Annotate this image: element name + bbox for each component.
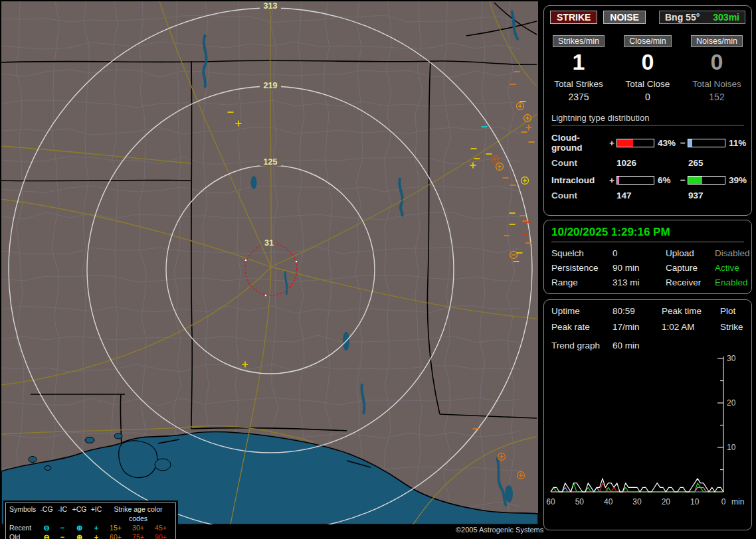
- cg-negative-pct: 11%: [725, 138, 745, 148]
- total-strikes-label: Total Strikes: [544, 79, 613, 89]
- svg-text:20: 20: [727, 398, 736, 408]
- legend-header-neg-ic: -IC: [54, 504, 70, 523]
- bearing-distance: 303mi: [713, 12, 739, 23]
- trend-graph-window: 60 min: [613, 341, 744, 350]
- bearing-label: Bng 55°: [665, 12, 700, 23]
- plus-sign: +: [609, 138, 616, 148]
- close-per-min-chip[interactable]: Close/min: [624, 35, 672, 47]
- squelch-value: 0: [613, 248, 666, 258]
- legend-row-old-label: Old: [8, 532, 39, 539]
- strike-mode-button[interactable]: STRIKE: [550, 11, 597, 24]
- total-noises-label: Total Noises: [682, 79, 751, 89]
- bearing-display[interactable]: Bng 55° 303mi: [659, 11, 745, 24]
- total-noises-value: 152: [682, 92, 751, 102]
- trend-panel: Uptime 80:59 Peak time Plot Peak rate 17…: [543, 299, 752, 530]
- uptime-label: Uptime: [551, 306, 613, 316]
- map-legend: Symbols -CG -IC +CG +IC Strike age color…: [5, 502, 176, 539]
- ring-label-31: 31: [264, 238, 274, 248]
- cg-negative-count: 265: [688, 158, 744, 168]
- svg-text:40: 40: [604, 497, 613, 506]
- ring-label-313: 313: [264, 1, 278, 11]
- distribution-title: Lightning type distribution: [551, 113, 744, 125]
- cg-positive-bar: [616, 139, 654, 147]
- squelch-label: Squelch: [551, 248, 613, 258]
- range-label: Range: [551, 277, 613, 287]
- recent-cg-pos-icon: ⊕: [70, 523, 88, 532]
- cg-negative-bar: [688, 139, 725, 147]
- ic-negative-bar: [688, 176, 725, 185]
- cg-positive-count: 1026: [616, 158, 688, 168]
- svg-text:min: min: [731, 497, 744, 506]
- age-90: 90+: [149, 532, 172, 539]
- peak-time-value: 1:02 AM: [662, 322, 720, 332]
- svg-text:50: 50: [575, 497, 585, 506]
- series-Strikes: [551, 479, 723, 492]
- svg-text:0: 0: [721, 497, 726, 506]
- ic-negative-pct: 39%: [725, 175, 745, 185]
- noise-mode-button[interactable]: NOISE: [603, 11, 646, 24]
- ic-positive-bar: [616, 176, 654, 185]
- svg-text:30: 30: [632, 497, 642, 506]
- cloud-ground-row: Cloud-ground + 43% − 11%: [551, 133, 744, 153]
- strikes-counter: Strikes/min 1 Total Strikes 2375: [544, 35, 613, 102]
- strikes-per-min-chip[interactable]: Strikes/min: [553, 35, 605, 47]
- persistence-value: 90 min: [613, 263, 666, 273]
- age-75: 75+: [127, 532, 149, 539]
- trend-graph: 1020306050403020100min: [544, 351, 751, 527]
- total-strikes-value: 2375: [544, 92, 613, 102]
- plot-label: Plot: [720, 306, 744, 316]
- close-counter: Close/min 0 Total Close 0: [613, 35, 682, 102]
- svg-text:10: 10: [690, 497, 700, 506]
- strikes-per-min-value: 1: [544, 50, 613, 74]
- close-per-min-value: 0: [613, 50, 682, 74]
- lightning-distribution: Lightning type distribution Cloud-ground…: [551, 113, 744, 200]
- legend-row-recent-label: Recent: [8, 523, 39, 532]
- cg-positive-pct: 43%: [654, 138, 680, 148]
- old-ic-neg-icon: −: [54, 532, 70, 539]
- age-30: 30+: [127, 523, 149, 532]
- peak-rate-value: 17/min: [613, 322, 662, 332]
- age-15: 15+: [104, 523, 127, 532]
- uptime-value: 80:59: [613, 306, 662, 316]
- cloud-ground-label: Cloud-ground: [551, 133, 609, 153]
- noises-per-min-value: 0: [682, 50, 751, 74]
- capture-status: Active: [715, 263, 750, 273]
- capture-label: Capture: [666, 263, 715, 273]
- ic-positive-count: 147: [616, 191, 688, 200]
- persistence-label: Persistence: [551, 263, 613, 273]
- receiver-label: Receiver: [666, 277, 715, 287]
- lightning-map[interactable]: 313 219 125 31: [1, 1, 538, 524]
- peak-rate-label: Peak rate: [551, 322, 613, 332]
- minus-sign: −: [680, 138, 688, 148]
- old-cg-neg-icon: ⊖: [39, 532, 54, 539]
- minus-sign: −: [680, 175, 688, 185]
- copyright-text: ©2005 Astrogenic Systems: [456, 526, 543, 534]
- legend-header-pos-ic: +IC: [88, 504, 104, 523]
- noises-per-min-chip[interactable]: Noises/min: [691, 35, 743, 47]
- range-value: 313 mi: [613, 277, 666, 287]
- recent-ic-pos-icon: +: [88, 523, 104, 532]
- upload-status: Disabled: [715, 248, 750, 258]
- svg-text:30: 30: [727, 354, 736, 363]
- intracloud-label: Intracloud: [551, 175, 609, 185]
- cloud-ground-counts: Count 1026 265: [551, 158, 744, 168]
- plus-sign: +: [609, 175, 616, 185]
- svg-text:10: 10: [727, 443, 736, 452]
- old-cg-pos-icon: ⊕: [70, 532, 88, 539]
- svg-text:20: 20: [662, 497, 671, 506]
- app-window: { "right_panel": { "mode_buttons": {"str…: [0, 0, 756, 539]
- legend-header-neg-cg: -CG: [39, 504, 54, 523]
- total-close-value: 0: [613, 92, 682, 102]
- intracloud-counts: Count 147 937: [551, 191, 744, 200]
- intracloud-row: Intracloud + 6% − 39%: [551, 175, 744, 185]
- svg-text:60: 60: [546, 497, 555, 506]
- legend-header-symbols: Symbols: [8, 504, 39, 523]
- ic-count-label: Count: [551, 191, 616, 200]
- age-45: 45+: [149, 523, 172, 532]
- counters-panel: STRIKE NOISE Bng 55° 303mi Strikes/min 1…: [543, 5, 752, 216]
- receiver-status: Enabled: [715, 277, 750, 287]
- ring-label-125: 125: [264, 157, 278, 167]
- cg-count-label: Count: [551, 158, 616, 168]
- legend-header-pos-cg: +CG: [70, 504, 88, 523]
- old-ic-pos-icon: +: [88, 532, 104, 539]
